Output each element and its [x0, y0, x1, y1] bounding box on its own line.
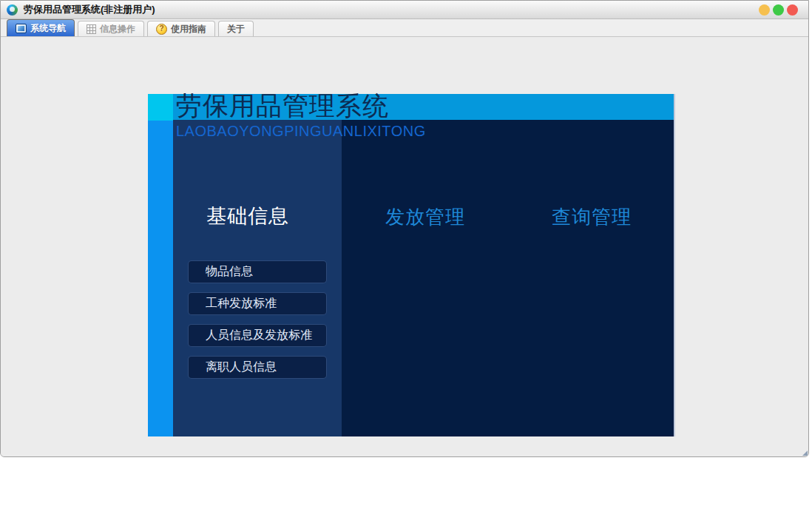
tab-user-guide[interactable]: ? 使用指南 [147, 21, 215, 36]
tab-label: 使用指南 [171, 23, 206, 36]
section-header-query[interactable]: 查询管理 [552, 204, 632, 230]
basic-info-button-list: 物品信息 工种发放标准 人员信息及发放标准 离职人员信息 [188, 260, 327, 388]
app-logo-icon [7, 4, 18, 16]
section-header-distribution[interactable]: 发放管理 [385, 204, 465, 230]
panel-subtitle: LAOBAOYONGPINGUANLIXITONG [176, 123, 426, 140]
item-info-button[interactable]: 物品信息 [188, 260, 327, 283]
minimize-button[interactable] [759, 4, 770, 16]
window-controls [759, 4, 798, 16]
tab-info-operation[interactable]: 信息操作 [78, 21, 144, 36]
tab-system-navigation[interactable]: 系统导航 [7, 19, 75, 36]
close-button[interactable] [787, 4, 798, 16]
section-header-basic-info[interactable]: 基础信息 [206, 203, 289, 229]
tab-bar: 系统导航 信息操作 ? 使用指南 关于 [1, 19, 808, 37]
job-standard-button[interactable]: 工种发放标准 [188, 292, 327, 315]
window-title: 劳保用品管理系统(非注册用户) [24, 3, 155, 16]
panel-title: 劳保用品管理系统 [176, 91, 389, 121]
resize-grip[interactable] [802, 451, 808, 456]
tab-label: 信息操作 [100, 23, 135, 36]
tab-label: 系统导航 [30, 22, 66, 35]
departed-personnel-button[interactable]: 离职人员信息 [188, 356, 327, 379]
app-window: 劳保用品管理系统(非注册用户) 系统导航 信息操作 ? 使用指南 关于 [0, 0, 809, 457]
help-coin-icon: ? [156, 24, 167, 35]
left-accent-strip [148, 94, 173, 436]
content-area: 劳保用品管理系统 LAOBAOYONGPINGUANLIXITONG 基础信息 … [1, 37, 808, 456]
left-accent-strip-top [148, 94, 173, 121]
personnel-standard-button[interactable]: 人员信息及发放标准 [188, 324, 327, 347]
monitor-icon [16, 24, 27, 33]
panel-right-edge [674, 94, 675, 436]
inactive-section-area [342, 120, 674, 436]
navigation-panel: 劳保用品管理系统 LAOBAOYONGPINGUANLIXITONG 基础信息 … [148, 94, 674, 436]
zoom-button[interactable] [773, 4, 784, 16]
title-bar: 劳保用品管理系统(非注册用户) [1, 1, 808, 19]
tab-about[interactable]: 关于 [218, 21, 254, 36]
grid-icon [87, 24, 96, 34]
tab-label: 关于 [227, 23, 245, 36]
